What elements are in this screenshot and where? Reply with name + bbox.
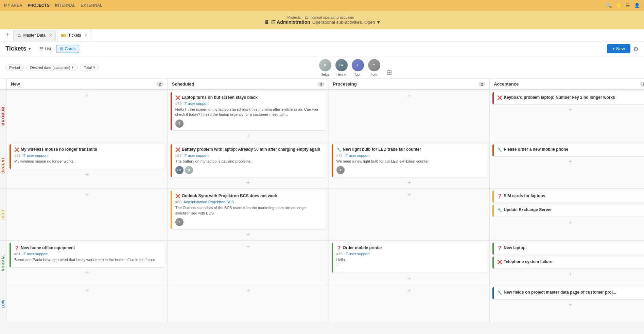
cell-low-new: + <box>7 285 168 322</box>
filter-icon[interactable]: ⚙ <box>633 45 639 53</box>
breadcrumb-subtitle: Operational sub-activities, Open <box>312 20 375 25</box>
avatar-igor-label: Igor <box>355 73 361 76</box>
add-acceptance-high[interactable]: + <box>492 219 644 226</box>
menu-icon[interactable]: ☰ <box>626 3 630 8</box>
add-scheduled-urgent[interactable]: + <box>171 179 326 186</box>
ticket-num: #80 <box>175 200 181 204</box>
add-scheduled-maximum[interactable]: + <box>171 132 326 140</box>
group-icon[interactable]: ⊞ <box>386 68 392 76</box>
add-acceptance-maximum[interactable]: + <box>492 106 644 114</box>
ticket-num: #75 <box>336 252 343 256</box>
col-header-new: New 2 <box>7 79 168 89</box>
ticket-tag[interactable]: IT user support <box>22 153 48 157</box>
priority-maximum-side: Maximum <box>0 90 7 142</box>
tickets-tab-close[interactable]: ✕ <box>84 33 87 38</box>
master-data-tab-close[interactable]: ✕ <box>49 33 52 38</box>
tab-master-data[interactable]: 🗂 Master Data ✕ <box>13 30 56 41</box>
add-acceptance-low[interactable]: + <box>492 301 644 309</box>
period-filter[interactable]: Period <box>5 64 24 71</box>
add-scheduled-low[interactable]: + <box>171 287 326 295</box>
avatar-igor[interactable]: I <box>351 58 365 72</box>
cell-normal-acceptance: ❓ New laptop ❌ Telephone system failure … <box>490 241 644 285</box>
col-new-label: New <box>11 81 20 87</box>
nav-projects[interactable]: PROJECTS <box>28 3 50 8</box>
search-icon[interactable]: 🔍 <box>606 3 612 8</box>
avatar-tom-container: T Tom <box>367 58 381 76</box>
desired-date-filter[interactable]: Desired date (customer) ▾ <box>27 64 77 71</box>
card-body: Bernd and Paula have approved that I may… <box>14 257 161 262</box>
card-home-office[interactable]: ❓ New home office equipment #81 IT user … <box>10 243 165 267</box>
add-processing-urgent[interactable]: + <box>332 179 487 186</box>
card-battery-problem[interactable]: ❌ Battery problem with laptop: Already 5… <box>171 144 326 177</box>
card-wireless-mouse[interactable]: ❌ My wireless mouse no longer transmits … <box>10 144 165 169</box>
avatar-henrik-label: Henrik <box>336 73 346 76</box>
card-title-text: Laptop turns on but screen stays black <box>182 95 258 100</box>
breadcrumb-projects[interactable]: Projects <box>287 15 301 19</box>
card-mobile-printer[interactable]: ❓ Order mobile printer #75 IT user suppo… <box>332 243 487 273</box>
add-processing-low[interactable]: + <box>332 287 487 295</box>
ticket-tag[interactable]: IT user support <box>184 101 209 106</box>
current-page-title: IT Administration <box>271 19 310 25</box>
add-new-urgent[interactable]: + <box>10 171 165 178</box>
nav-my-area[interactable]: MY AREA <box>4 3 22 8</box>
col-acceptance-count: 7 <box>640 82 644 87</box>
avatar-tom[interactable]: T <box>367 58 381 72</box>
nav-internal[interactable]: INTERNAL <box>55 3 75 8</box>
card-new-laptop[interactable]: ❓ New laptop <box>492 243 644 255</box>
add-new-normal[interactable]: + <box>10 269 165 277</box>
card-light-bulb[interactable]: 🔧 New light bulb for LED trade fair coun… <box>332 144 487 177</box>
board-main: New 2 Scheduled 3 Processing 2 Acceptanc… <box>0 79 644 334</box>
cards-view-button[interactable]: ⊞ Cards <box>56 45 79 53</box>
card-telephone-failure[interactable]: ❌ Telephone system failure <box>492 257 644 268</box>
card-wrench-icon: 🔧 <box>497 290 502 295</box>
card-wrench-icon: 🔧 <box>336 147 342 152</box>
priority-urgent-side: Urgent <box>0 142 7 188</box>
card-sim-cards[interactable]: ❓ SIM cards for laptops <box>492 191 644 203</box>
breadcrumb-caret[interactable]: ▾ <box>377 19 380 25</box>
ticket-tag[interactable]: IT user support <box>345 252 370 256</box>
add-scheduled-normal[interactable]: + <box>171 243 326 250</box>
card-error-icon: ❌ <box>175 147 180 152</box>
add-new-high[interactable]: + <box>10 191 165 198</box>
list-view-button[interactable]: ☰ List <box>36 45 55 53</box>
card-laptop-black-screen[interactable]: ❌ Laptop turns on but screen stays black… <box>171 92 326 130</box>
priority-spacer <box>0 79 7 89</box>
card-title-text: New laptop <box>504 245 525 250</box>
card-question-icon: ❓ <box>14 246 19 250</box>
tab-add-button[interactable]: + <box>3 32 12 39</box>
add-processing-normal[interactable]: + <box>332 275 487 282</box>
tab-tickets[interactable]: 🎫 Tickets ✕ <box>57 30 91 41</box>
breadcrumb-internal[interactable]: 🗂 Internal operating activities <box>305 15 354 19</box>
card-new-fields[interactable]: 🔧 New fields on project master data page… <box>492 287 644 299</box>
ticket-tag[interactable]: IT user support <box>184 153 209 157</box>
add-processing-maximum[interactable]: + <box>332 92 487 100</box>
card-mobile-phone[interactable]: 🔧 Please order a new mobile phone <box>492 144 644 156</box>
avatar-tom-label: Tom <box>371 73 377 76</box>
user-avatar[interactable]: 👤 <box>634 3 640 8</box>
card-title-text: Update Exchange Server <box>504 207 552 212</box>
nav-external[interactable]: EXTERNAL <box>81 3 102 8</box>
page-title[interactable]: Tickets ▾ <box>5 45 31 52</box>
add-new-maximum[interactable]: + <box>10 92 165 100</box>
cards-icon: ⊞ <box>60 47 63 51</box>
card-title-text: Order mobile printer <box>343 245 382 250</box>
add-processing-high[interactable]: + <box>332 191 487 198</box>
card-keyboard-problem[interactable]: ❌ Keyboard problem laptop: Number key 2 … <box>492 92 644 104</box>
add-new-low[interactable]: + <box>10 287 165 295</box>
add-scheduled-high[interactable]: + <box>171 231 326 238</box>
total-filter[interactable]: Total ▾ <box>80 64 99 71</box>
avatar-helga[interactable]: H <box>318 58 332 72</box>
ticket-tag[interactable]: IT user support <box>22 252 48 256</box>
add-acceptance-normal[interactable]: + <box>492 271 644 278</box>
ticket-num: #79 <box>175 101 181 106</box>
tab-bar: + 🗂 Master Data ✕ 🎫 Tickets ✕ <box>0 29 644 41</box>
star-icon[interactable]: ⭐ <box>616 3 622 8</box>
avatar-henrik[interactable]: He <box>335 58 348 72</box>
ticket-tag[interactable]: IT user support <box>345 153 370 157</box>
ticket-tag[interactable]: Administration Projektron BCS <box>184 200 234 204</box>
card-exchange-server[interactable]: 🔧 Update Exchange Server <box>492 205 644 217</box>
new-button[interactable]: + New <box>607 44 630 53</box>
card-outlook-sync[interactable]: ❌ Outlook Sync with Projektron BCS does … <box>171 191 326 229</box>
card-title: ❌ Keyboard problem laptop: Number key 2 … <box>497 95 644 100</box>
add-acceptance-urgent[interactable]: + <box>492 158 644 166</box>
